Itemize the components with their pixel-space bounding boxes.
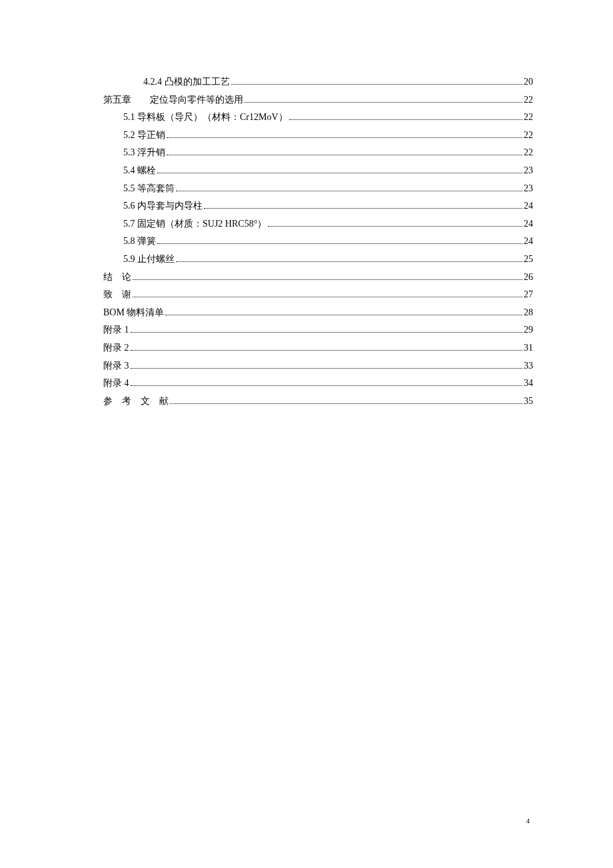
toc-entry-label: 5.4 螺栓 <box>123 162 156 180</box>
toc-entry: BOM 物料清单28 <box>103 304 533 322</box>
toc-entry-label: 5.7 固定销（材质：SUJ2 HRC58°） <box>123 215 267 233</box>
toc-entry-page: 23 <box>524 162 533 180</box>
toc-list: 4.2.4 凸模的加工工艺20第五章 定位导向零件等的选用225.1 导料板（导… <box>103 73 533 410</box>
toc-leader-dots <box>133 297 522 297</box>
toc-entry-page: 24 <box>524 233 533 251</box>
toc-leader-dots <box>176 191 522 191</box>
toc-entry-label: 附录 2 <box>103 339 129 357</box>
toc-entry-label: 附录 3 <box>103 357 129 375</box>
toc-entry: 5.7 固定销（材质：SUJ2 HRC58°）24 <box>103 215 533 233</box>
toc-entry-page: 24 <box>524 197 533 215</box>
toc-entry-label: 5.5 等高套筒 <box>123 180 175 198</box>
toc-entry: 5.6 内导套与内导柱24 <box>103 197 533 215</box>
toc-entry-page: 33 <box>524 357 533 375</box>
toc-entry-label: 4.2.4 凸模的加工工艺 <box>143 73 230 91</box>
toc-entry-page: 31 <box>524 339 533 357</box>
toc-leader-dots <box>157 243 522 244</box>
toc-entry-label: BOM 物料清单 <box>103 304 164 322</box>
toc-entry-label: 参 考 文 献 <box>103 393 169 411</box>
toc-leader-dots <box>131 368 523 369</box>
toc-entry: 第五章 定位导向零件等的选用22 <box>103 91 533 109</box>
toc-leader-dots <box>131 332 523 333</box>
toc-entry: 5.5 等高套筒23 <box>103 180 533 198</box>
toc-entry-label: 5.1 导料板（导尺）（材料：Cr12MoV） <box>123 109 288 127</box>
toc-leader-dots <box>176 261 522 262</box>
toc-entry-page: 22 <box>524 144 533 162</box>
toc-entry: 5.3 浮升销22 <box>103 144 533 162</box>
toc-entry-label: 5.8 弹簧 <box>123 233 156 251</box>
toc-entry-page: 22 <box>524 127 533 145</box>
toc-entry-page: 20 <box>524 73 533 91</box>
toc-leader-dots <box>289 119 522 120</box>
toc-leader-dots <box>167 137 522 138</box>
toc-entry-label: 5.3 浮升销 <box>123 144 165 162</box>
toc-entry-page: 35 <box>524 393 533 411</box>
toc-entry: 附录 434 <box>103 375 533 393</box>
toc-leader-dots <box>268 226 522 227</box>
toc-entry-label: 附录 1 <box>103 321 129 339</box>
toc-entry-label: 5.9 止付螺丝 <box>123 251 175 269</box>
toc-entry: 附录 333 <box>103 357 533 375</box>
toc-leader-dots <box>204 208 522 209</box>
toc-entry-page: 25 <box>524 251 533 269</box>
toc-leader-dots <box>131 385 523 386</box>
page-number: 4 <box>526 817 530 825</box>
toc-entry-page: 27 <box>524 286 533 304</box>
toc-leader-dots <box>133 279 522 280</box>
toc-leader-dots <box>170 403 522 404</box>
toc-leader-dots <box>165 315 522 315</box>
toc-entry: 附录 129 <box>103 321 533 339</box>
toc-leader-dots <box>245 102 522 103</box>
toc-leader-dots <box>231 84 523 85</box>
toc-entry-page: 34 <box>524 375 533 393</box>
toc-entry: 5.2 导正销22 <box>103 127 533 145</box>
toc-entry-page: 24 <box>524 215 533 233</box>
toc-entry: 4.2.4 凸模的加工工艺20 <box>103 73 533 91</box>
toc-entry: 5.8 弹簧24 <box>103 233 533 251</box>
toc-entry-page: 28 <box>524 304 533 322</box>
toc-entry-page: 22 <box>524 109 533 127</box>
toc-entry-page: 26 <box>524 269 533 287</box>
toc-entry: 结 论26 <box>103 269 533 287</box>
toc-entry: 参 考 文 献35 <box>103 393 533 411</box>
toc-entry-label: 结 论 <box>103 269 131 287</box>
toc-entry-label: 第五章 定位导向零件等的选用 <box>103 91 243 109</box>
toc-entry-page: 22 <box>524 91 533 109</box>
toc-page: 4.2.4 凸模的加工工艺20第五章 定位导向零件等的选用225.1 导料板（导… <box>0 0 613 410</box>
toc-entry-label: 致 谢 <box>103 286 131 304</box>
toc-entry-page: 23 <box>524 180 533 198</box>
toc-entry-label: 附录 4 <box>103 375 129 393</box>
toc-entry-label: 5.2 导正销 <box>123 127 165 145</box>
toc-entry: 附录 231 <box>103 339 533 357</box>
toc-entry: 致 谢27 <box>103 286 533 304</box>
toc-leader-dots <box>167 155 522 155</box>
toc-entry: 5.9 止付螺丝25 <box>103 251 533 269</box>
toc-entry-label: 5.6 内导套与内导柱 <box>123 197 203 215</box>
toc-leader-dots <box>131 350 523 351</box>
toc-entry: 5.4 螺栓23 <box>103 162 533 180</box>
toc-entry: 5.1 导料板（导尺）（材料：Cr12MoV）22 <box>103 109 533 127</box>
toc-entry-page: 29 <box>524 321 533 339</box>
toc-leader-dots <box>157 173 522 173</box>
